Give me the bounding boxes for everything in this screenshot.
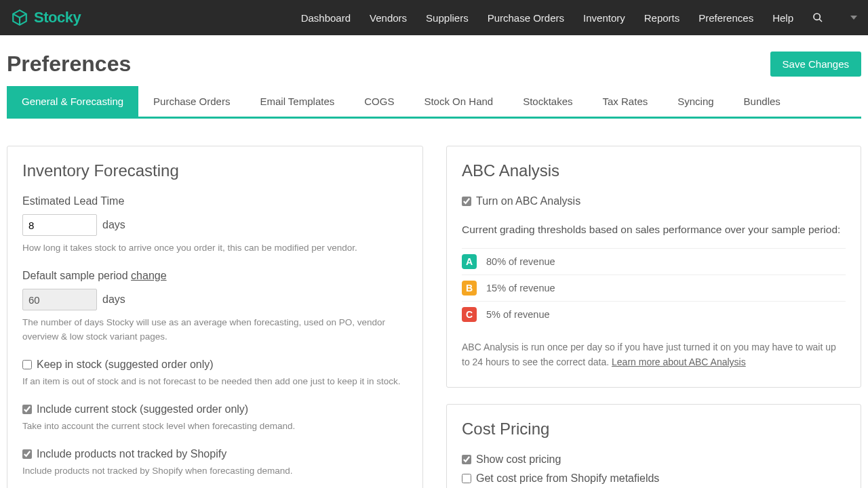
search-icon[interactable] (812, 12, 823, 23)
nav-items: Dashboard Vendors Suppliers Purchase Ord… (301, 12, 857, 24)
user-menu-caret-icon[interactable] (850, 14, 857, 21)
nav-reports[interactable]: Reports (644, 12, 680, 24)
svg-line-1 (819, 19, 822, 22)
grade-text-a: 80% of revenue (486, 256, 555, 267)
nav-preferences[interactable]: Preferences (698, 12, 753, 24)
nav-vendors[interactable]: Vendors (370, 12, 407, 24)
keep-in-stock-help: If an item is out of stock and is not fo… (22, 375, 408, 388)
abc-note: ABC Analysis is run once per day so if y… (462, 340, 846, 370)
svg-point-0 (814, 14, 820, 20)
include-current-label: Include current stock (suggested order o… (37, 403, 248, 415)
lead-time-help: How long it takes stock to arrive once y… (22, 241, 408, 255)
tab-syncing[interactable]: Syncing (663, 86, 728, 117)
grade-row-b: B 15% of revenue (462, 274, 846, 301)
include-untracked-checkbox[interactable] (22, 449, 32, 459)
cost-pricing-card: Cost Pricing Show cost pricing Get cost … (446, 404, 861, 488)
sample-period-unit: days (102, 293, 125, 306)
keep-in-stock-checkbox[interactable] (22, 360, 32, 369)
cost-metafields-checkbox[interactable] (462, 474, 471, 483)
lead-time-input[interactable] (22, 214, 97, 236)
grade-row-a: A 80% of revenue (462, 248, 846, 274)
sample-change-link[interactable]: change (131, 270, 167, 281)
tabs: General & Forecasting Purchase Orders Em… (7, 86, 861, 119)
sample-period-input (22, 289, 97, 310)
abc-learn-more-link[interactable]: Learn more about ABC Analysis (612, 357, 746, 367)
lead-time-unit: days (102, 219, 125, 231)
inventory-forecasting-card: Inventory Forecasting Estimated Lead Tim… (7, 146, 423, 488)
tab-email-templates[interactable]: Email Templates (245, 86, 349, 117)
content: Inventory Forecasting Estimated Lead Tim… (0, 119, 868, 488)
nav-purchase-orders[interactable]: Purchase Orders (488, 12, 564, 24)
tab-tax-rates[interactable]: Tax Rates (588, 86, 663, 117)
nav-help[interactable]: Help (772, 12, 793, 24)
logo-box-icon (11, 9, 28, 26)
card-title-forecasting: Inventory Forecasting (22, 161, 408, 180)
sample-period-label: Default sample period change (22, 270, 408, 282)
nav-suppliers[interactable]: Suppliers (426, 12, 469, 24)
save-changes-button[interactable]: Save Changes (770, 52, 861, 77)
abc-enable-checkbox[interactable] (462, 197, 471, 206)
tab-stock-on-hand[interactable]: Stock On Hand (409, 86, 508, 117)
sample-period-help: The number of days Stocky will use as an… (22, 316, 408, 344)
top-nav: Stocky Dashboard Vendors Suppliers Purch… (0, 0, 868, 35)
grade-text-c: 5% of revenue (486, 309, 550, 320)
show-cost-label: Show cost pricing (476, 453, 561, 466)
grade-row-c: C 5% of revenue (462, 301, 846, 327)
card-title-abc: ABC Analysis (462, 161, 846, 180)
tab-general-forecasting[interactable]: General & Forecasting (7, 86, 138, 117)
include-untracked-help: Include products not tracked by Shopify … (22, 464, 408, 478)
tab-stocktakes[interactable]: Stocktakes (508, 86, 587, 117)
include-current-checkbox[interactable] (22, 405, 32, 414)
tab-purchase-orders[interactable]: Purchase Orders (138, 86, 245, 117)
card-title-cost: Cost Pricing (462, 420, 846, 439)
include-current-help: Take into account the current stock leve… (22, 420, 408, 433)
grade-text-b: 15% of revenue (486, 283, 555, 293)
logo-text: Stocky (34, 9, 81, 26)
page-title: Preferences (7, 52, 131, 77)
nav-inventory[interactable]: Inventory (583, 12, 625, 24)
include-untracked-label: Include products not tracked by Shopify (37, 448, 226, 460)
tab-bundles[interactable]: Bundles (729, 86, 795, 117)
grade-badge-c: C (462, 307, 477, 322)
show-cost-checkbox[interactable] (462, 455, 471, 464)
abc-analysis-card: ABC Analysis Turn on ABC Analysis Curren… (446, 146, 861, 388)
logo[interactable]: Stocky (11, 9, 81, 26)
lead-time-label: Estimated Lead Time (22, 195, 408, 207)
grade-badge-b: B (462, 281, 477, 296)
keep-in-stock-label: Keep in stock (suggested order only) (37, 359, 214, 371)
grade-badge-a: A (462, 254, 477, 269)
page-header: Preferences Save Changes (0, 35, 868, 86)
abc-enable-label: Turn on ABC Analysis (476, 195, 580, 207)
abc-intro: Current grading thresholds based on sale… (462, 222, 846, 237)
nav-dashboard[interactable]: Dashboard (301, 12, 351, 24)
cost-metafields-label: Get cost price from Shopify metafields (476, 472, 659, 485)
sample-label-prefix: Default sample period (22, 270, 131, 281)
tab-cogs[interactable]: COGS (349, 86, 409, 117)
